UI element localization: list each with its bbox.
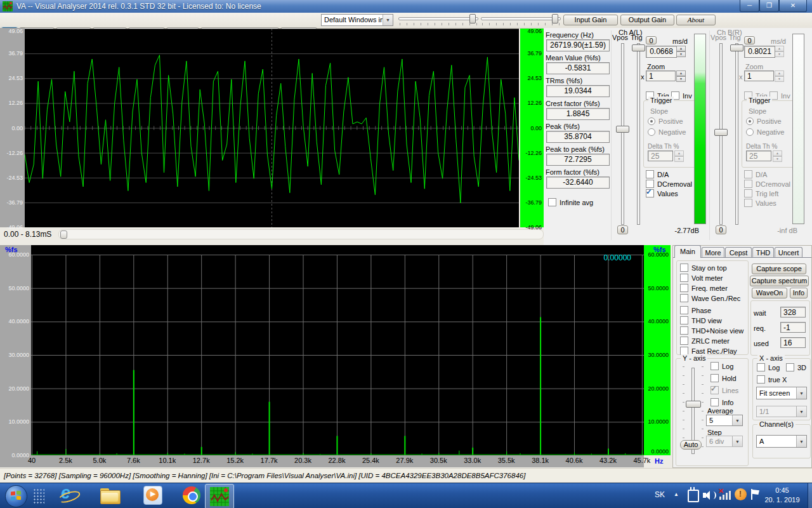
chA-msd-spinner[interactable]: ▲▼ [676, 46, 686, 57]
up-arrow-icon[interactable]: ▲ [773, 150, 782, 156]
chA-vpos-slider[interactable] [621, 43, 624, 225]
chevron-down-icon[interactable]: ▼ [796, 387, 806, 399]
average-select[interactable]: 5 ▼ [706, 415, 743, 426]
main-check-zrlc-meter[interactable]: ZRLC meter [680, 337, 730, 345]
chB-check-trig-left[interactable]: Trig left [744, 189, 778, 197]
yaxis-check-info[interactable]: Info [710, 398, 733, 406]
y-scale-slider-thumb[interactable] [686, 401, 701, 408]
chB-negative-radio[interactable]: Negative [746, 128, 784, 136]
chB-msd-value[interactable]: 0.8021 [744, 46, 775, 58]
step-select[interactable]: 6 div ▼ [706, 436, 743, 447]
scope-hscrollbar-thumb[interactable] [60, 231, 67, 239]
chA-vpos-thumb[interactable] [616, 126, 629, 133]
chevron-down-icon[interactable]: ▼ [796, 436, 806, 447]
chB-zoom-spinner[interactable]: ▲▼ [775, 70, 784, 81]
main-check-phase[interactable]: Phase [680, 306, 711, 314]
minimize-button[interactable]: ─ [740, 0, 759, 12]
main-check-thd-noise-view[interactable]: THD+Noise view [680, 326, 743, 335]
chevron-down-icon[interactable]: ▼ [732, 415, 742, 425]
checkbox-box[interactable] [680, 284, 688, 292]
main-check-wave-gen-rec[interactable]: Wave Gen./Rec [680, 294, 740, 302]
checkbox-box[interactable]: ✓ [710, 386, 719, 394]
fit-screen-select[interactable]: Fit screen ▼ [756, 387, 807, 399]
output-gain-button[interactable]: Output Gain [620, 15, 674, 25]
internet-explorer-icon[interactable]: e [58, 486, 77, 505]
safely-remove-icon[interactable] [688, 490, 699, 502]
gain-slider-2[interactable] [481, 17, 561, 20]
up-arrow-icon[interactable]: ▲ [676, 70, 686, 76]
up-arrow-icon[interactable]: ▲ [674, 150, 684, 156]
chA-msd-value[interactable]: 0.0668 [646, 46, 677, 58]
xaxis-3d-checkbox[interactable]: 3D [786, 363, 806, 371]
chB-check-dcremoval[interactable]: DCremoval [744, 180, 790, 188]
chB-zero-bottom-button[interactable]: 0 [716, 225, 726, 234]
restore-button[interactable]: ❐ [759, 0, 779, 12]
chA-delta-spinner[interactable]: ▲▼ [674, 150, 684, 161]
chA-zoom-value[interactable]: 1 [646, 70, 676, 81]
chB-msd-spinner[interactable]: ▲▼ [775, 46, 784, 57]
chevron-down-icon[interactable]: ▼ [796, 406, 806, 417]
gain-slider-1-thumb[interactable] [469, 14, 476, 23]
main-check-thd-view[interactable]: THD view [680, 316, 722, 324]
checkbox-box[interactable] [744, 170, 752, 178]
down-arrow-icon[interactable]: ▼ [775, 76, 784, 82]
checkbox-box[interactable] [744, 180, 752, 188]
tab-main[interactable]: Main [674, 245, 701, 258]
up-arrow-icon[interactable]: ▲ [775, 70, 784, 76]
chA-zero-bottom-button[interactable]: 0 [617, 225, 628, 234]
checkbox-box[interactable] [680, 316, 688, 324]
main-check-stay-on-top[interactable]: Stay on top [680, 264, 727, 272]
checkbox-box[interactable] [710, 374, 719, 382]
chB-zoom-value[interactable]: 1 [744, 70, 774, 81]
up-arrow-icon[interactable]: ▲ [775, 46, 784, 51]
input-gain-button[interactable]: Input Gain [563, 15, 618, 25]
xaxis-truex-checkbox[interactable]: true X [757, 375, 787, 384]
close-button[interactable]: ✕ [779, 0, 807, 12]
chA-inv-checkbox[interactable]: Inv [671, 91, 692, 100]
checkbox-box[interactable] [744, 199, 752, 207]
yaxis-check-log[interactable]: Log [710, 362, 733, 370]
chA-negative-radio[interactable]: Negative [648, 128, 686, 136]
chA-check-values[interactable]: ✓Values [646, 189, 678, 197]
spectrum-plot[interactable] [31, 255, 644, 455]
ratio-select[interactable]: 1/1 ▼ [756, 406, 807, 417]
chB-positive-radio[interactable]: Positive [746, 117, 782, 125]
chA-trig-slider[interactable] [637, 43, 640, 225]
language-indicator[interactable]: SK [655, 490, 665, 499]
yaxis-check-hold[interactable]: Hold [710, 374, 737, 382]
chB-delta-spinner[interactable]: ▲▼ [773, 150, 782, 161]
show-desktop-button[interactable] [808, 483, 812, 508]
chB-trig-thumb[interactable] [730, 44, 743, 51]
clock-time[interactable]: 0:45 [760, 486, 804, 494]
chB-check-d-a[interactable]: D/A [744, 170, 767, 178]
file-explorer-icon[interactable] [100, 487, 119, 506]
chB-zero-button[interactable]: 0 [744, 36, 755, 44]
down-arrow-icon[interactable]: ▼ [676, 51, 686, 57]
chB-vpos-thumb[interactable] [714, 129, 728, 136]
checkbox-box[interactable]: ✓ [646, 189, 654, 197]
chrome-icon[interactable] [183, 486, 202, 505]
down-arrow-icon[interactable]: ▼ [773, 156, 782, 162]
capture-spectrum-button[interactable]: Capture spectrum [750, 276, 809, 286]
checkbox-box[interactable] [680, 326, 688, 335]
checkbox-box[interactable] [744, 189, 752, 197]
buffer-field-wait[interactable]: 328 [780, 307, 806, 318]
about-button[interactable]: About [676, 15, 716, 25]
radio-circle[interactable] [746, 117, 754, 125]
checkbox-box[interactable] [548, 198, 556, 206]
checkbox-box[interactable] [680, 306, 688, 314]
checkbox-box[interactable] [680, 274, 688, 282]
xaxis-log-checkbox[interactable]: Log [757, 363, 780, 371]
gain-slider-1[interactable] [398, 17, 478, 20]
wave-on-button[interactable]: WaveOn [752, 288, 787, 298]
tab-cepst[interactable]: Cepst [725, 247, 752, 258]
chA-trig-thumb[interactable] [632, 44, 645, 51]
title-bar[interactable]: VA -- Visual Analyser 2014 rel. 0.3.1 ST… [0, 0, 812, 13]
chA-check-d-a[interactable]: D/A [646, 170, 669, 178]
tab-thd[interactable]: THD [752, 247, 774, 258]
tab-uncert[interactable]: Uncert [775, 247, 802, 258]
chB-trig-slider[interactable] [735, 43, 738, 225]
channel-select[interactable]: A ▼ [756, 435, 807, 448]
radio-circle[interactable] [648, 128, 655, 136]
main-check-volt-meter[interactable]: Volt meter [680, 274, 723, 282]
